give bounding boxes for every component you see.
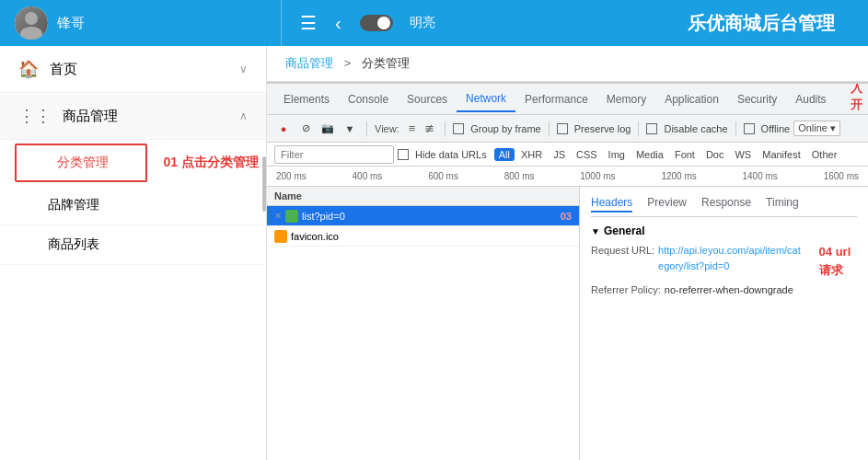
details-tab-response[interactable]: Response [701,194,751,213]
filter-font-button[interactable]: Font [670,148,700,161]
admin-bar-controls: ☰ ‹ 明亮 [300,12,435,34]
filter-css-button[interactable]: CSS [572,148,602,161]
tab-application[interactable]: Application [655,87,728,111]
separator-3 [549,121,550,136]
separator-5 [735,121,736,136]
mode-label: 明亮 [410,15,435,31]
request-url-value: http://api.leyou.com/api/item/category/l… [658,243,804,279]
row-annotation: 03 [561,211,572,222]
avatar-image [15,6,48,40]
admin-bar: 锋哥 ☰ ‹ 明亮 乐优商城后台管理 [0,0,868,46]
devtools-controls: ● ⊘ 📷 ▼ View: ≡ ≢ Group by frame Preserv… [267,115,868,143]
brand-label: 品牌管理 [48,197,99,212]
scrollbar[interactable] [262,156,266,212]
filter-xhr-button[interactable]: XHR [516,148,547,161]
row-type-icon [285,210,298,223]
timeline-600ms: 600 ms [428,171,458,181]
referrer-policy-key: Referrer Policy: [591,282,661,298]
capture-screenshot-button[interactable]: 📷 [318,120,337,138]
tab-network[interactable]: Network [457,86,515,112]
timeline-1200ms: 1200 ms [661,171,696,181]
tab-sources[interactable]: Sources [398,87,457,111]
tab-memory[interactable]: Memory [597,87,655,111]
separator-4 [638,121,639,136]
app-title: 乐优商城后台管理 [688,11,835,36]
goods-arrow-icon: ∧ [239,109,248,122]
online-dropdown[interactable]: Online ▾ [793,121,840,136]
request-url-key: Request URL: [591,243,654,279]
record-button[interactable]: ● [274,120,293,138]
details-tab-headers[interactable]: Headers [591,194,632,213]
section-arrow-icon: ▼ [591,226,600,236]
devtools-tabs: Elements Console Sources Network Perform… [267,84,868,115]
svg-point-1 [20,27,42,40]
disable-cache-label: Disable cache [664,123,727,134]
timeline-400ms: 400 ms [353,171,383,181]
details-tab-preview[interactable]: Preview [647,194,687,213]
category-label: 分类管理 [57,155,109,169]
devtools-filter-bar: Hide data URLs All XHR JS CSS Img Media … [267,143,868,167]
filter-ws-button[interactable]: WS [730,148,756,161]
filter-input[interactable] [274,145,394,164]
admin-username: 锋哥 [57,15,85,32]
tab-performance[interactable]: Performance [515,87,597,111]
sidebar-item-category[interactable]: 分类管理 [15,144,147,182]
hamburger-icon[interactable]: ☰ [300,12,317,34]
sidebar-item-product-list[interactable]: 商品列表 [0,225,266,265]
hide-data-urls-checkbox[interactable] [398,149,409,160]
clear-button[interactable]: ⊘ [296,120,315,138]
tab-console[interactable]: Console [339,87,398,111]
filter-media-button[interactable]: Media [631,148,668,161]
network-list-area: Name ✕ list?pid=0 03 favicon.ico [267,187,868,460]
preserve-log-label: Preserve log [574,123,631,134]
filter-img-button[interactable]: Img [604,148,630,161]
goods-icon: ⋮⋮ [18,106,52,126]
view-list-button[interactable]: ≡ [406,121,419,136]
network-row-list-pid0[interactable]: ✕ list?pid=0 03 [267,206,579,226]
home-arrow-icon: ∨ [239,63,248,75]
sidebar-item-brand[interactable]: 品牌管理 [0,186,266,225]
network-row-favicon[interactable]: favicon.ico [267,226,579,247]
name-column-header: Name [274,190,572,201]
details-tab-timing[interactable]: Timing [766,194,799,213]
timeline-200ms: 200 ms [276,171,307,181]
filter-js-button[interactable]: JS [549,148,570,161]
general-section-label: General [604,224,645,237]
row-close-icon[interactable]: ✕ [274,211,282,221]
tab-security[interactable]: Security [728,87,786,111]
breadcrumb-parent[interactable]: 商品管理 [285,56,333,70]
breadcrumb-arrow-icon: > [344,56,352,70]
offline-checkbox[interactable] [744,123,755,134]
timeline-800ms: 800 ms [504,171,535,181]
filter-toggle-button[interactable]: ▼ [341,120,359,138]
filter-manifest-button[interactable]: Manifest [758,148,805,161]
tab-audits[interactable]: Audits [786,87,835,111]
sidebar-item-goods-management[interactable]: ⋮⋮ 商品管理 ∧ [0,93,266,140]
filter-doc-button[interactable]: Doc [701,148,729,161]
separator-1 [366,121,367,136]
breadcrumb: 商品管理 > 分类管理 [267,46,868,82]
theme-toggle[interactable] [360,15,393,31]
url-annotation: 04 url请求 [819,243,857,279]
preserve-log-checkbox[interactable] [557,123,568,134]
group-by-frame-label: Group by frame [470,123,540,134]
tab-elements[interactable]: Elements [274,87,339,111]
separator-2 [445,121,446,136]
sidebar-item-home[interactable]: 🏠 首页 ∨ [0,46,266,93]
page-content: 商品管理 > 分类管理 Elements Console Sources Net… [267,46,868,460]
back-icon[interactable]: ‹ [335,13,341,34]
disable-cache-checkbox[interactable] [646,123,657,134]
request-url-row: Request URL: http://api.leyou.com/api/it… [591,243,857,279]
timeline-1400ms: 1400 ms [743,171,778,181]
sidebar-home-label: 首页 [50,61,239,78]
filter-all-button[interactable]: All [494,148,515,161]
filter-other-button[interactable]: Other [807,148,842,161]
admin-bar-right: ☰ ‹ 明亮 乐优商城后台管理 [282,11,853,36]
toggle-knob [377,17,390,29]
timeline-1600ms: 1600 ms [824,171,859,181]
timeline-bar: 200 ms 400 ms 600 ms 800 ms 1000 ms 1200… [267,167,868,187]
group-by-frame-checkbox[interactable] [453,123,464,134]
home-icon: 🏠 [18,59,39,79]
view-tree-button[interactable]: ≢ [422,121,437,136]
general-section-header[interactable]: ▼ General [591,224,857,237]
